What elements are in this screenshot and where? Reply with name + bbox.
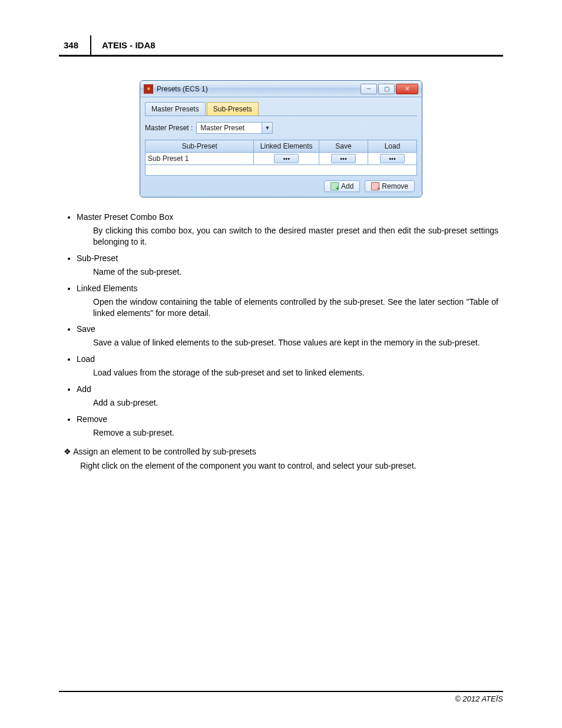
list-item: Sub-Preset Name of the sub-preset. xyxy=(77,253,498,278)
cell-save[interactable]: ••• xyxy=(319,153,368,165)
remove-button-label: Remove xyxy=(382,182,408,190)
cell-linked-elements[interactable]: ••• xyxy=(254,153,319,165)
minimize-icon[interactable]: ─ xyxy=(361,84,377,94)
item-desc: By clicking this combo box, you can swit… xyxy=(93,225,498,248)
doc-content: Master Preset Combo Box By clicking this… xyxy=(59,212,503,470)
remove-button[interactable]: Remove xyxy=(365,180,415,192)
list-item: Load Load values from the storage of the… xyxy=(77,354,498,378)
add-button-label: Add xyxy=(341,182,353,190)
item-desc: Name of the sub-preset. xyxy=(93,266,498,278)
tab-bar: Master Presets Sub-Presets xyxy=(145,102,417,116)
copyright: © 2012 ATEÏS xyxy=(455,694,503,703)
remove-icon xyxy=(371,182,379,190)
list-item: Save Save a value of linked elements to … xyxy=(77,324,498,348)
item-desc: Load values from the storage of the sub-… xyxy=(93,367,498,378)
save-button[interactable]: ••• xyxy=(331,154,356,163)
sub-preset-table: Sub-Preset Linked Elements Save Load Sub… xyxy=(145,140,417,176)
maximize-icon[interactable]: ▢ xyxy=(378,84,395,94)
close-icon[interactable]: ✕ xyxy=(396,84,418,94)
list-item: Master Preset Combo Box By clicking this… xyxy=(77,212,498,248)
col-load: Load xyxy=(368,140,417,153)
load-button[interactable]: ••• xyxy=(380,154,405,163)
table-row[interactable]: Sub Preset 1 ••• ••• ••• xyxy=(146,153,417,165)
tab-sub-presets[interactable]: Sub-Presets xyxy=(207,102,259,116)
master-preset-label: Master Preset : xyxy=(145,124,193,132)
page-number: 348 xyxy=(59,35,91,55)
titlebar[interactable]: ✶ Presets (ECS 1) ─ ▢ ✕ xyxy=(140,81,422,97)
master-preset-combo[interactable]: Master Preset ▼ xyxy=(196,122,273,134)
cell-load[interactable]: ••• xyxy=(368,153,417,165)
linked-elements-button[interactable]: ••• xyxy=(274,154,299,163)
col-save: Save xyxy=(319,140,368,153)
page-footer: © 2012 ATEÏS xyxy=(59,691,503,703)
add-icon xyxy=(330,182,339,190)
add-button[interactable]: Add xyxy=(324,180,360,192)
presets-window: ✶ Presets (ECS 1) ─ ▢ ✕ Master Presets S… xyxy=(140,80,422,197)
page-header: 348 ATEIS - IDA8 xyxy=(59,35,503,57)
list-item: Linked Elements Open the window containi… xyxy=(77,284,498,319)
col-linked-elements: Linked Elements xyxy=(254,140,319,153)
app-icon: ✶ xyxy=(144,84,153,94)
item-desc: Add a sub-preset. xyxy=(93,397,498,409)
item-desc: Remove a sub-preset. xyxy=(93,427,498,439)
table-header-row: Sub-Preset Linked Elements Save Load xyxy=(146,140,417,153)
list-item: Remove Remove a sub-preset. xyxy=(77,414,498,439)
tab-master-presets[interactable]: Master Presets xyxy=(145,102,206,116)
item-desc: Open the window containing the table of … xyxy=(93,297,498,319)
master-preset-value: Master Preset xyxy=(197,124,262,132)
list-item: Add Add a sub-preset. xyxy=(77,384,498,409)
section-desc: Right click on the element of the compon… xyxy=(80,461,498,470)
item-desc: Save a value of linked elements to the s… xyxy=(93,337,498,348)
window-title: Presets (ECS 1) xyxy=(157,85,361,93)
bullet-list: Master Preset Combo Box By clicking this… xyxy=(64,212,498,439)
chevron-down-icon[interactable]: ▼ xyxy=(262,123,272,133)
col-sub-preset: Sub-Preset xyxy=(146,140,254,153)
section-heading: Assign an element to be controlled by su… xyxy=(64,447,498,456)
cell-sub-preset-name[interactable]: Sub Preset 1 xyxy=(146,153,254,165)
doc-title: ATEIS - IDA8 xyxy=(91,35,156,55)
